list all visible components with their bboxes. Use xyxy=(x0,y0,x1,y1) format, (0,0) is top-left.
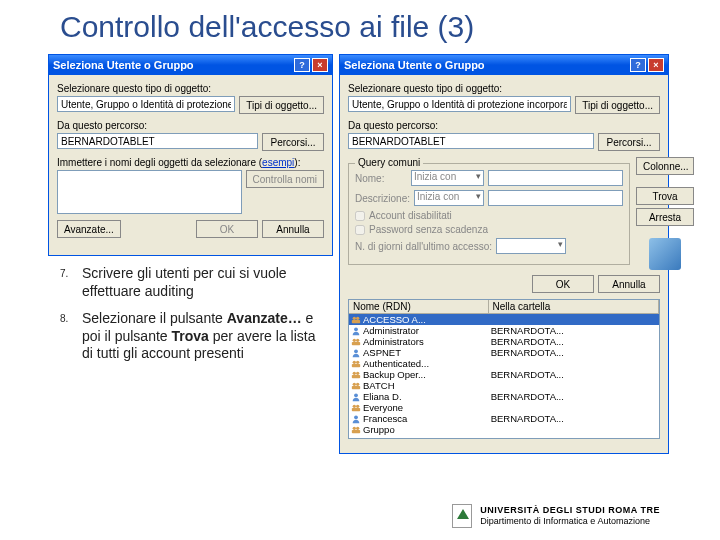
titlebar-text: Seleziona Utente o Gruppo xyxy=(344,59,630,71)
names-label-post: ): xyxy=(294,157,300,168)
user-icon xyxy=(351,392,361,402)
object-names-textarea[interactable] xyxy=(57,170,242,214)
svg-point-23 xyxy=(356,426,359,429)
disabled-accounts-label: Account disabilitati xyxy=(369,210,452,221)
dialog-select-user-left: Seleziona Utente o Gruppo ? × Selezionar… xyxy=(48,54,333,256)
days-since-logon-label: N. di giorni dall'ultimo accesso: xyxy=(355,241,492,252)
svg-point-8 xyxy=(353,360,356,363)
list-item[interactable]: Backup Oper...BERNARDOTA... xyxy=(349,369,659,380)
desc-filter-label: Descrizione: xyxy=(355,193,410,204)
list-item-folder: BERNARDOTA... xyxy=(491,325,657,336)
titlebar-text: Seleziona Utente o Gruppo xyxy=(53,59,294,71)
close-button[interactable]: × xyxy=(312,58,328,72)
user-icon xyxy=(351,326,361,336)
svg-rect-16 xyxy=(352,386,360,389)
svg-point-0 xyxy=(353,316,356,319)
svg-point-15 xyxy=(356,382,359,385)
svg-point-11 xyxy=(353,371,356,374)
svg-point-19 xyxy=(356,404,359,407)
svg-point-1 xyxy=(356,316,359,319)
object-types-button[interactable]: Tipi di oggetto... xyxy=(575,96,660,114)
columns-button[interactable]: Colonne... xyxy=(636,157,694,175)
locations-button[interactable]: Percorsi... xyxy=(598,133,660,151)
svg-rect-24 xyxy=(352,430,360,433)
instruction-number: 8. xyxy=(60,310,82,363)
list-item[interactable]: FrancescaBERNARDOTA... xyxy=(349,413,659,424)
instruction-text: Selezionare il pulsante Avanzate… e poi … xyxy=(82,310,330,363)
search-illustration-icon xyxy=(649,238,681,270)
instruction-text: Scrivere gli utenti per cui si vuole eff… xyxy=(82,265,330,300)
name-filter-input[interactable] xyxy=(488,170,623,186)
list-item-folder: BERNARDOTA... xyxy=(491,391,657,402)
user-icon xyxy=(351,414,361,424)
group-icon xyxy=(351,315,361,325)
noexpire-password-checkbox[interactable]: Password senza scadenza xyxy=(355,224,623,235)
name-filter-combo[interactable]: Inizia con xyxy=(411,170,484,186)
svg-point-4 xyxy=(353,338,356,341)
advanced-button[interactable]: Avanzate... xyxy=(57,220,121,238)
object-type-label: Selezionare questo tipo di oggetto: xyxy=(348,83,660,94)
examples-link[interactable]: esempi xyxy=(262,157,294,168)
list-item[interactable]: BATCH xyxy=(349,380,659,391)
svg-point-14 xyxy=(353,382,356,385)
slide-title: Controllo dell'accesso ai file (3) xyxy=(0,0,720,54)
list-col-name[interactable]: Nome (RDN) xyxy=(349,300,489,313)
ok-button[interactable]: OK xyxy=(532,275,594,293)
list-header: Nome (RDN) Nella cartella xyxy=(349,300,659,314)
location-label: Da questo percorso: xyxy=(348,120,660,131)
svg-point-5 xyxy=(356,338,359,341)
object-types-button[interactable]: Tipi di oggetto... xyxy=(239,96,324,114)
stop-button[interactable]: Arresta xyxy=(636,208,694,226)
location-label: Da questo percorso: xyxy=(57,120,324,131)
list-item-name: Authenticated... xyxy=(363,358,429,369)
list-item[interactable]: Eliana D.BERNARDOTA... xyxy=(349,391,659,402)
list-item-folder: BERNARDOTA... xyxy=(491,369,657,380)
instruction-item: 7. Scrivere gli utenti per cui si vuole … xyxy=(60,265,330,300)
list-item[interactable]: Authenticated... xyxy=(349,358,659,369)
svg-rect-20 xyxy=(352,408,360,411)
list-col-folder[interactable]: Nella cartella xyxy=(489,300,660,313)
list-item[interactable]: AdministratorBERNARDOTA... xyxy=(349,325,659,336)
list-item[interactable]: Everyone xyxy=(349,402,659,413)
cancel-button[interactable]: Annulla xyxy=(262,220,324,238)
close-button[interactable]: × xyxy=(648,58,664,72)
instruction-number: 7. xyxy=(60,265,82,300)
location-input[interactable] xyxy=(57,133,258,149)
ok-button[interactable]: OK xyxy=(196,220,258,238)
help-button[interactable]: ? xyxy=(630,58,646,72)
results-list[interactable]: Nome (RDN) Nella cartella ACCESSO A...Ad… xyxy=(348,299,660,439)
object-type-label: Selezionare questo tipo di oggetto: xyxy=(57,83,324,94)
help-button[interactable]: ? xyxy=(294,58,310,72)
dialog-select-user-right: Seleziona Utente o Gruppo ? × Selezionar… xyxy=(339,54,669,454)
svg-point-18 xyxy=(353,404,356,407)
footer-text: UNIVERSITÀ DEGLI STUDI ROMA TRE Dipartim… xyxy=(480,505,660,527)
list-item[interactable]: Gruppo xyxy=(349,424,659,435)
locations-button[interactable]: Percorsi... xyxy=(262,133,324,151)
svg-rect-6 xyxy=(352,342,360,345)
list-item[interactable]: ACCESSO A... xyxy=(349,314,659,325)
object-type-input[interactable] xyxy=(57,96,235,112)
location-input[interactable] xyxy=(348,133,594,149)
svg-rect-13 xyxy=(352,375,360,378)
desc-filter-combo[interactable]: Inizia con xyxy=(414,190,484,206)
object-type-input[interactable] xyxy=(348,96,571,112)
list-item[interactable]: ASPNETBERNARDOTA... xyxy=(349,347,659,358)
group-icon xyxy=(351,337,361,347)
svg-point-3 xyxy=(354,327,358,331)
disabled-accounts-checkbox[interactable]: Account disabilitati xyxy=(355,210,623,221)
cancel-button[interactable]: Annulla xyxy=(598,275,660,293)
university-name: UNIVERSITÀ DEGLI STUDI ROMA TRE xyxy=(480,505,660,516)
group-icon xyxy=(351,425,361,435)
check-names-button[interactable]: Controlla nomi xyxy=(246,170,324,188)
user-icon xyxy=(351,348,361,358)
titlebar-right: Seleziona Utente o Gruppo ? × xyxy=(340,55,668,75)
desc-filter-input[interactable] xyxy=(488,190,623,206)
days-combo[interactable] xyxy=(496,238,566,254)
list-item-name: Gruppo xyxy=(363,424,395,435)
query-legend: Query comuni xyxy=(355,157,423,168)
titlebar-left: Seleziona Utente o Gruppo ? × xyxy=(49,55,332,75)
find-now-button[interactable]: Trova xyxy=(636,187,694,205)
svg-point-21 xyxy=(354,415,358,419)
names-label-pre: Immettere i nomi degli oggetti da selezi… xyxy=(57,157,262,168)
list-item[interactable]: AdministratorsBERNARDOTA... xyxy=(349,336,659,347)
